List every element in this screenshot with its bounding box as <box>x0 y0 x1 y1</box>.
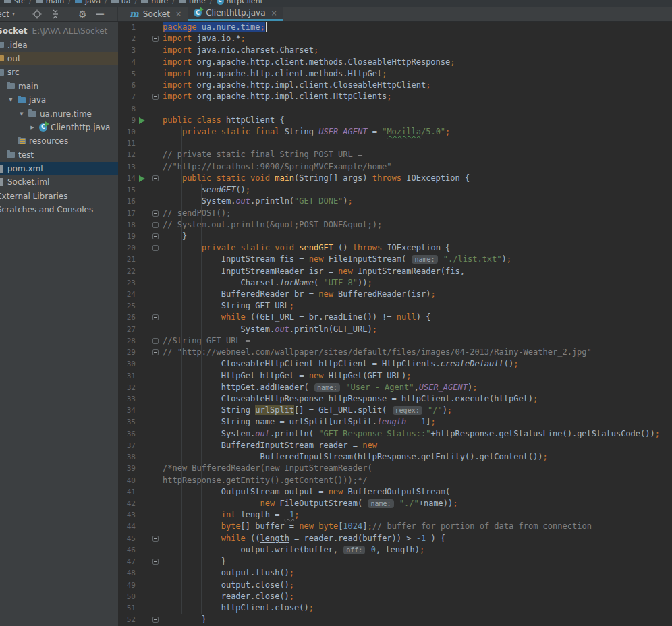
tree-item-external-libraries[interactable]: External Libraries <box>0 190 118 203</box>
code-line[interactable]: 11 <box>119 138 672 149</box>
fold-collapse-icon[interactable] <box>152 210 159 217</box>
breadcrumb-item-httpClient[interactable]: ChttpClient <box>217 0 263 5</box>
breadcrumb-item-main[interactable]: main <box>36 0 64 5</box>
code-line[interactable]: 2import java.io.*; <box>119 33 672 45</box>
code-line[interactable]: 52 } <box>119 614 672 625</box>
code-line[interactable]: 15 sendGET(); <box>119 184 672 196</box>
code-line[interactable]: 34 String urlSplit[] = GET_URL.split( re… <box>119 405 672 416</box>
run-icon[interactable] <box>139 175 145 182</box>
fold-end-icon[interactable] <box>152 222 159 228</box>
tree-item-socket-iml[interactable]: Socket.iml <box>0 175 118 189</box>
collapse-all-icon[interactable] <box>51 9 60 19</box>
breadcrumb-item-time[interactable]: time <box>179 0 206 5</box>
fold-end-icon[interactable] <box>152 233 159 239</box>
code-line[interactable]: 37 BufferedInputStream reader = new <box>119 440 672 451</box>
fold-end-icon[interactable] <box>152 94 159 100</box>
tree-item--idea[interactable]: .idea <box>0 38 118 51</box>
code-line[interactable]: 7import org.apache.http.impl.client.Http… <box>119 91 672 103</box>
tree-item-socket[interactable]: SocketE:\JAVA ALL\Socket <box>0 24 118 38</box>
locate-icon[interactable] <box>32 9 42 19</box>
fold-collapse-icon[interactable] <box>152 36 159 42</box>
code-line[interactable]: 17// sendPOST(); <box>119 208 672 219</box>
code-line[interactable]: 47 } <box>119 556 672 567</box>
code-line[interactable]: 6import org.apache.http.impl.client.Clos… <box>119 80 672 91</box>
code-line[interactable]: 31 HttpGet httpGet = new HttpGet(GET_URL… <box>119 370 672 382</box>
code-line[interactable]: 3import java.nio.charset.Charset; <box>119 45 672 56</box>
code-line[interactable]: 14 public static void main(String[] args… <box>119 173 672 184</box>
code-line[interactable]: 20 private static void sendGET () throws… <box>119 242 672 254</box>
chevron-down-icon[interactable]: ▼ <box>16 111 27 117</box>
fold-collapse-icon[interactable] <box>152 175 159 181</box>
breadcrumb-item-src[interactable]: src <box>4 0 25 5</box>
tree-item-out[interactable]: out <box>0 52 118 65</box>
chevron-down-icon[interactable]: ▼ <box>5 97 16 103</box>
tree-item-main[interactable]: main <box>0 80 118 93</box>
code-line[interactable]: 24 BufferedReader br = new BufferedReade… <box>119 289 672 300</box>
code-line[interactable]: 18// System.out.println(&quot;POST DONE&… <box>119 219 672 231</box>
tree-item-clienthttp-java[interactable]: ▶CClienthttp.java <box>0 121 118 134</box>
code-line[interactable]: 32 httpGet.addHeader( name: "User - Agen… <box>119 382 672 393</box>
code-line[interactable]: 29// "http://webneel.com/wallpaper/sites… <box>119 347 672 358</box>
code-line[interactable]: 28//String GET_URL = <box>119 335 672 347</box>
tree-item-resources[interactable]: resources <box>0 134 118 148</box>
gear-icon[interactable]: ⚙ <box>78 9 87 19</box>
tree-item-scratches-and-consoles[interactable]: Scratches and Consoles <box>0 203 118 217</box>
code-line[interactable]: 40httpResponse.getEntity().getContent())… <box>119 475 672 486</box>
code-line[interactable]: 42 new FileOutputStream( name: "./"+name… <box>119 498 672 509</box>
code-line[interactable]: 51 httpClient.close(); <box>119 602 672 614</box>
tab-socket[interactable]: m Socket × <box>123 7 188 21</box>
code-line[interactable]: 27 System.out.println(GET_URL); <box>119 324 672 335</box>
code-line[interactable]: 33 CloseableHttpResponse httpResponse = … <box>119 393 672 405</box>
project-view-dropdown[interactable]: Project ▾ <box>0 9 15 19</box>
tree-item-pom-xml[interactable]: pom.xml <box>0 162 118 175</box>
code-line[interactable]: 5import org.apache.http.client.methods.H… <box>119 68 672 80</box>
code-line[interactable]: 38 BufferedInputStream(httpResponse.getE… <box>119 451 672 463</box>
fold-collapse-icon[interactable] <box>152 314 159 320</box>
chevron-right-icon[interactable]: ▶ <box>27 125 38 130</box>
tree-item-java[interactable]: ▼java <box>0 93 118 107</box>
hide-panel-icon[interactable]: — <box>96 9 105 18</box>
tree-item-src[interactable]: src <box>0 65 118 79</box>
code-line[interactable]: 41 OutputStream output = new BufferedOut… <box>119 486 672 498</box>
code-line[interactable]: 21 InputStream fis = new FileInputStream… <box>119 254 672 265</box>
breadcrumb-item-ua[interactable]: ua <box>111 0 131 5</box>
code-line[interactable]: 12// private static final String POST_UR… <box>119 149 672 161</box>
code-line[interactable]: 36 System.out.println( "GET Response Sta… <box>119 428 672 440</box>
code-line[interactable]: 43 int length = -1; <box>119 509 672 521</box>
code-line[interactable]: 1package ua.nure.time; <box>119 22 672 33</box>
code-line[interactable]: 19 } <box>119 231 672 242</box>
fold-end-icon[interactable] <box>152 349 159 355</box>
code-line[interactable]: 50 reader.close(); <box>119 591 672 602</box>
code-line[interactable]: 10 private static final String USER_AGEN… <box>119 126 672 138</box>
code-line[interactable]: 35 String name = urlSplit[urlSplit.lengt… <box>119 416 672 428</box>
code-line[interactable]: 39/*new BufferedReader(new InputStreamRe… <box>119 463 672 474</box>
tree-item-ua-nure-time[interactable]: ▼ua.nure.time <box>0 107 118 120</box>
code-line[interactable]: 9public class httpClient { <box>119 115 672 126</box>
tab-clienthttp[interactable]: C Clienthttp.java × <box>188 7 283 21</box>
code-line[interactable]: 13//"http://localhost:9090/SpringMVCExam… <box>119 161 672 173</box>
fold-end-icon[interactable] <box>152 617 159 623</box>
tree-item-test[interactable]: test <box>0 148 118 162</box>
code-line[interactable]: 25 String GET_URL; <box>119 300 672 312</box>
code-line[interactable]: 30 CloseableHttpClient httpClient = Http… <box>119 358 672 370</box>
code-line[interactable]: 16 System.out.println("GET DONE"); <box>119 196 672 207</box>
fold-collapse-icon[interactable] <box>152 338 159 344</box>
breadcrumb-item-nure[interactable]: nure <box>141 0 168 5</box>
code-line[interactable]: 23 Charset.forName( "UTF-8")); <box>119 277 672 289</box>
breadcrumb-item-java[interactable]: java <box>75 0 101 5</box>
fold-collapse-icon[interactable] <box>152 536 159 542</box>
code-editor[interactable]: 1package ua.nure.time;2import java.io.*;… <box>119 22 672 626</box>
code-line[interactable]: 26 while ((GET_URL = br.readLine()) != n… <box>119 312 672 323</box>
code-line[interactable]: 49 output.close(); <box>119 579 672 591</box>
code-line[interactable]: 45 while ((length = reader.read(buffer))… <box>119 533 672 544</box>
run-icon[interactable] <box>139 117 145 124</box>
fold-collapse-icon[interactable] <box>152 245 159 251</box>
code-line[interactable]: 48 output.flush(); <box>119 567 672 579</box>
close-icon[interactable]: × <box>271 9 277 18</box>
code-line[interactable]: 4import org.apache.http.client.methods.C… <box>119 57 672 68</box>
close-icon[interactable]: × <box>175 9 181 18</box>
code-line[interactable]: 44 byte[] buffer = new byte[1024];// buf… <box>119 521 672 532</box>
code-line[interactable]: 22 InputStreamReader isr = new InputStre… <box>119 266 672 277</box>
fold-end-icon[interactable] <box>152 559 159 565</box>
code-line[interactable]: 46 output.write(buffer, off: 0, length); <box>119 544 672 556</box>
